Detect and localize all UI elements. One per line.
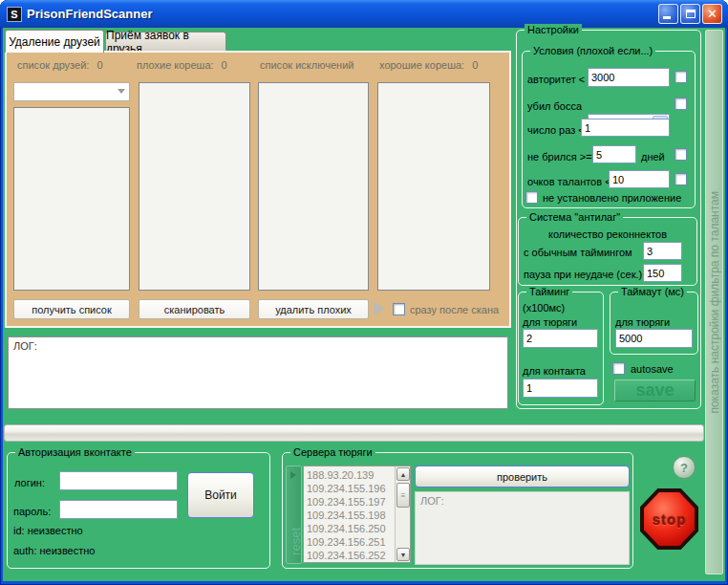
- no-app-label: не установлено приложение: [543, 192, 681, 204]
- maximize-icon: [686, 10, 696, 18]
- get-list-button[interactable]: получить список: [13, 299, 130, 319]
- reset-label: reset: [289, 528, 303, 555]
- password-input[interactable]: [59, 500, 178, 519]
- good-pals-count: 0: [472, 59, 478, 71]
- authority-checkbox[interactable]: [674, 71, 687, 83]
- bad-pals-count: 0: [222, 59, 227, 71]
- shave-label: не брился >=: [527, 151, 592, 162]
- timing-subtitle: (x100мс): [523, 302, 565, 314]
- app-window: S PrisonFriendScanner ✕ Удаление друзей …: [0, 0, 728, 585]
- maximize-button[interactable]: [680, 4, 700, 24]
- settings-title: Настройки: [525, 24, 582, 35]
- after-scan-checkbox[interactable]: [393, 303, 405, 315]
- timing-contact-input[interactable]: [523, 379, 598, 398]
- antilag-subtitle: количество реконнектов: [518, 228, 697, 240]
- talents-label: очков талантов <: [527, 176, 611, 187]
- tab-accept-requests[interactable]: Приём заявок в друзья: [105, 32, 226, 51]
- minimize-icon: [663, 16, 671, 19]
- bad-pals-header: плохие кореша:0: [137, 59, 227, 71]
- stop-button-face: stop: [644, 492, 695, 546]
- server-ip-item[interactable]: 188.93.20.139: [307, 468, 394, 482]
- main-log-area[interactable]: ЛОГ:: [8, 336, 508, 409]
- scroll-down-button[interactable]: ▼: [396, 548, 410, 561]
- server-ip-item[interactable]: 109.234.155.198: [307, 509, 394, 522]
- auth-title: Авторизация вконтакте: [15, 446, 135, 458]
- scroll-thumb[interactable]: ≡: [396, 483, 410, 508]
- friends-count: 0: [96, 59, 102, 71]
- timing-prison-label: для тюряги: [523, 316, 577, 328]
- friends-source-combobox[interactable]: [13, 82, 130, 101]
- after-scan-label: сразу после скана: [410, 304, 499, 315]
- close-button[interactable]: ✕: [702, 4, 722, 24]
- timeout-prison-label: для тюряги: [615, 316, 670, 328]
- pause-label: пауза при неудаче (сек.): [524, 269, 642, 280]
- boss-checkbox[interactable]: [674, 98, 687, 110]
- no-app-checkbox[interactable]: [525, 191, 538, 204]
- timing-contact-label: для контакта: [523, 365, 586, 377]
- stop-button[interactable]: stop: [640, 488, 698, 550]
- shave-input[interactable]: [592, 145, 636, 163]
- bad-pals-listbox[interactable]: [139, 82, 250, 291]
- login-label: логин:: [14, 477, 45, 488]
- title-bar[interactable]: S PrisonFriendScanner ✕: [0, 0, 728, 28]
- minimize-button[interactable]: [658, 4, 678, 24]
- friends-list-header: список друзей:0: [17, 59, 103, 71]
- progress-bar: [4, 424, 704, 442]
- exclusions-listbox[interactable]: [258, 82, 369, 291]
- server-ip-item[interactable]: 109.234.156.251: [307, 535, 394, 549]
- servers-log-area[interactable]: ЛОГ:: [415, 491, 630, 565]
- pause-input[interactable]: [643, 264, 682, 282]
- boss-label: убил босса: [527, 100, 582, 112]
- talents-checkbox[interactable]: [674, 173, 687, 185]
- good-pals-header: хорошие кореша:0: [379, 59, 478, 71]
- server-ip-item[interactable]: 109.234.156.250: [307, 522, 394, 535]
- auth-status: auth: неизвестно: [13, 545, 95, 556]
- times-input[interactable]: [581, 119, 670, 137]
- delete-bad-button[interactable]: удалить плохих: [258, 299, 369, 319]
- app-icon: S: [7, 7, 22, 22]
- talent-filter-strip-button[interactable]: показать настройки фильтра по талантам: [705, 30, 723, 574]
- times-label: число раз <: [527, 124, 585, 136]
- timing-prison-input[interactable]: [523, 329, 598, 348]
- flow-arrow-icon: [374, 301, 385, 316]
- autosave-label: autosave: [631, 363, 674, 375]
- talent-filter-strip-label: показать настройки фильтра по талантам: [708, 191, 721, 414]
- server-ip-item[interactable]: 109.234.156.252: [307, 549, 394, 562]
- server-list-scrollbar[interactable]: ▲ ≡ ▼: [395, 466, 410, 562]
- chevron-down-icon: [118, 89, 125, 94]
- id-status: id: неизвестно: [13, 525, 83, 536]
- timeout-prison-input[interactable]: [615, 329, 693, 348]
- login-input[interactable]: [59, 471, 178, 490]
- reconnect-label: с обычным таймингом: [524, 247, 632, 258]
- login-button[interactable]: Войти: [187, 472, 254, 518]
- talents-input[interactable]: [609, 170, 670, 188]
- friends-listbox[interactable]: [13, 107, 130, 291]
- antilag-title: Система "антилаг": [526, 211, 623, 223]
- server-ip-item[interactable]: 109.234.155.196: [307, 482, 394, 495]
- server-listbox[interactable]: 188.93.20.139109.234.155.196109.234.155.…: [303, 466, 411, 563]
- reconnect-input[interactable]: [643, 242, 682, 260]
- close-icon: ✕: [703, 5, 721, 23]
- authority-label: авторитет <: [527, 74, 585, 85]
- servers-title: Сервера тюряги: [290, 446, 375, 458]
- help-button[interactable]: ?: [673, 456, 696, 479]
- authority-input[interactable]: [588, 68, 670, 87]
- scan-button[interactable]: сканировать: [139, 299, 250, 319]
- reset-button[interactable]: reset: [286, 466, 302, 564]
- timeout-title: Таймаут (мс): [618, 286, 687, 297]
- conditions-title: Условия (плохой если...): [530, 45, 655, 56]
- window-title: PrisonFriendScanner: [27, 7, 152, 21]
- server-ip-item[interactable]: 109.234.155.197: [307, 495, 394, 509]
- autosave-checkbox[interactable]: [612, 362, 625, 375]
- check-servers-button[interactable]: проверить: [415, 466, 630, 488]
- scroll-up-button[interactable]: ▲: [396, 467, 410, 481]
- shave-checkbox[interactable]: [674, 148, 687, 161]
- tab-delete-friends[interactable]: Удаление друзей: [5, 30, 104, 53]
- exclusions-header: список исключений: [260, 59, 361, 71]
- good-pals-listbox[interactable]: [377, 82, 490, 291]
- save-button[interactable]: save: [614, 379, 696, 401]
- window-controls: ✕: [658, 4, 722, 24]
- timing-title: Тайминг: [526, 286, 572, 297]
- server-list-items: 188.93.20.139109.234.155.196109.234.155.…: [307, 468, 394, 560]
- shave-suffix-label: дней: [641, 151, 665, 162]
